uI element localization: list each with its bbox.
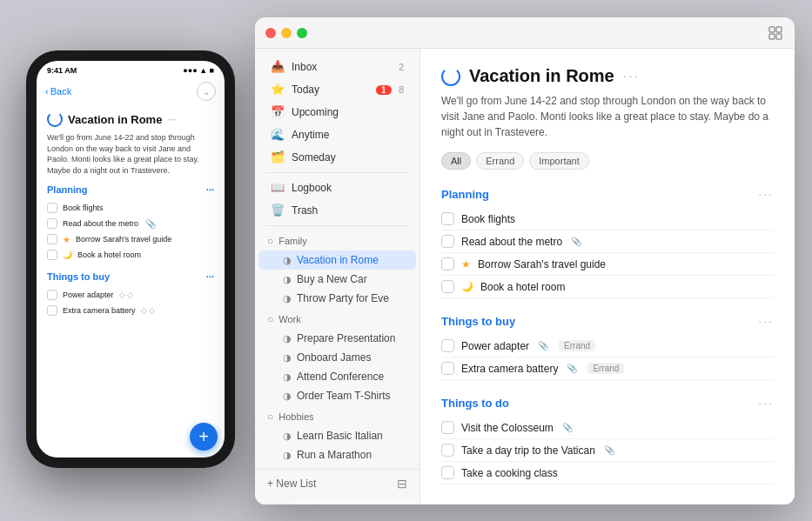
phone-task-text: Read about the metro: [63, 219, 138, 228]
moon-icon: 🌙: [63, 250, 72, 259]
phone-task-dots[interactable]: ···: [167, 113, 176, 125]
sidebar-item-logbook[interactable]: 📖 Logbook: [258, 177, 416, 199]
moon-icon: 🌙: [461, 281, 473, 292]
filter-icon[interactable]: ⊟: [397, 477, 407, 491]
task-row[interactable]: Book flights: [441, 208, 774, 230]
phone-check-button[interactable]: ⌄: [197, 82, 216, 101]
section-header-things-to-do: Things to do ···: [441, 396, 774, 410]
sidebar-item-learn-italian[interactable]: ◑ Learn Basic Italian: [258, 426, 416, 445]
window-action-icon[interactable]: [768, 26, 782, 43]
sidebar-item-someday[interactable]: 🗂️ Someday: [258, 146, 416, 169]
sidebar-item-run-marathon[interactable]: ◑ Run a Marathon: [258, 445, 416, 464]
filter-errand[interactable]: Errand: [476, 152, 524, 170]
main-dots-button[interactable]: ···: [623, 69, 640, 84]
task-checkbox[interactable]: [441, 257, 454, 271]
phone-back-button[interactable]: ‹ Back: [45, 86, 71, 97]
sidebar-group-family[interactable]: ○ Family: [255, 230, 419, 250]
sidebar-item-vacation-rome[interactable]: ◑ Vacation in Rome: [258, 250, 416, 270]
minimize-button[interactable]: [281, 28, 292, 38]
task-row[interactable]: ★ Borrow Sarah's travel guide: [441, 253, 774, 276]
task-row[interactable]: 🌙 Book a hotel room: [441, 276, 774, 298]
sidebar-item-trash[interactable]: 🗑️ Trash: [258, 199, 416, 222]
phone-icons: ●●● ▲ ■: [183, 66, 214, 75]
phone-task-text: Borrow Sarah's travel guide: [76, 235, 171, 244]
phone-task-item[interactable]: 🌙 Book a hotel room: [47, 247, 214, 263]
sidebar-group-work[interactable]: ○ Work: [255, 308, 419, 329]
phone-task-item[interactable]: ★ Borrow Sarah's travel guide: [47, 231, 214, 247]
main-task-icon: [441, 67, 460, 86]
phone-checkbox[interactable]: [47, 234, 57, 244]
task-checkbox[interactable]: [441, 421, 454, 434]
clip-icon: 📎: [538, 341, 548, 351]
sidebar-item-attend-conference[interactable]: ◑ Attend Conference: [258, 367, 416, 386]
task-checkbox[interactable]: [441, 212, 454, 225]
sidebar-item-prepare-presentation[interactable]: ◑ Prepare Presentation: [258, 329, 416, 348]
sidebar-item-today[interactable]: ⭐ Today 1 8: [258, 78, 416, 101]
phone-task-text: Extra camera battery: [63, 306, 136, 315]
section-dots-things-to-buy[interactable]: ···: [758, 314, 774, 328]
section-header-planning: Planning ···: [441, 187, 774, 201]
sidebar-item-onboard-james[interactable]: ◑ Onboard James: [258, 348, 416, 367]
phone-task-item[interactable]: Book flights: [47, 200, 214, 216]
task-text: Borrow Sarah's travel guide: [478, 258, 606, 271]
task-checkbox[interactable]: [441, 444, 454, 457]
filter-important[interactable]: Important: [529, 152, 588, 170]
phone-task-item[interactable]: Read about the metro 📎: [47, 216, 214, 231]
task-row[interactable]: Read about the metro 📎: [441, 230, 774, 253]
task-checkbox[interactable]: [441, 235, 454, 248]
filter-all[interactable]: All: [441, 152, 471, 170]
phone-checkbox[interactable]: [47, 250, 57, 260]
list-icon: ◑: [283, 333, 292, 344]
task-row[interactable]: Visit the Colosseum 📎: [441, 417, 774, 439]
phone-checkbox[interactable]: [47, 290, 57, 300]
sidebar-item-order-tshirts[interactable]: ◑ Order Team T-Shirts: [258, 386, 416, 405]
section-dots-things-to-do[interactable]: ···: [758, 396, 774, 410]
task-checkbox[interactable]: [441, 339, 454, 352]
task-tag-errand: Errand: [587, 363, 624, 374]
sidebar-item-throw-party[interactable]: ◑ Throw Party for Eve: [258, 289, 416, 308]
list-icon: ◑: [283, 255, 292, 266]
phone-checkbox[interactable]: [47, 305, 57, 316]
task-row[interactable]: Take a day trip to the Vatican 📎: [441, 439, 774, 462]
task-checkbox[interactable]: [441, 466, 454, 479]
task-row[interactable]: Extra camera battery 📎 Errand: [441, 357, 774, 380]
star-icon: ★: [63, 235, 70, 244]
sidebar-item-inbox[interactable]: 📥 Inbox 2: [258, 56, 416, 78]
someday-icon: 🗂️: [271, 150, 285, 164]
new-list-button[interactable]: + New List: [267, 478, 316, 490]
phone-checkbox[interactable]: [47, 203, 57, 213]
phone-task-item[interactable]: Extra camera battery ◇ ◇: [47, 303, 214, 318]
svg-rect-1: [776, 27, 782, 32]
close-button[interactable]: [265, 28, 276, 38]
clip-icon: 📎: [567, 364, 577, 373]
task-text: Visit the Colosseum: [461, 422, 554, 434]
main-title: Vacation in Rome: [469, 66, 614, 86]
list-icon: ◑: [283, 431, 292, 442]
phone-task-item[interactable]: Power adapter ◇ ◇: [47, 287, 214, 303]
app-window: 📥 Inbox 2 ⭐ Today 1 8 📅 Upcoming 🌊 Anyti…: [255, 17, 795, 504]
fab-add-button[interactable]: +: [190, 423, 218, 451]
section-header-things-to-buy: Things to buy ···: [441, 314, 774, 328]
sidebar-item-anytime[interactable]: 🌊 Anytime: [258, 124, 416, 146]
task-row[interactable]: Take a cooking class: [441, 462, 774, 484]
phone-checkbox[interactable]: [47, 218, 57, 229]
task-checkbox[interactable]: [441, 362, 454, 375]
section-dots-planning[interactable]: ···: [758, 187, 774, 201]
main-content: Vacation in Rome ··· We'll go from June …: [420, 49, 795, 504]
task-checkbox[interactable]: [441, 280, 454, 293]
phone-mockup: 9:41 AM ●●● ▲ ■ ‹ Back ⌄ Vacation in Rom…: [26, 50, 235, 468]
window-body: 📥 Inbox 2 ⭐ Today 1 8 📅 Upcoming 🌊 Anyti…: [255, 49, 795, 504]
sidebar-sub-label: Order Team T-Shirts: [297, 390, 391, 402]
sidebar-item-buy-new-car[interactable]: ◑ Buy a New Car: [258, 270, 416, 289]
sidebar-item-upcoming[interactable]: 📅 Upcoming: [258, 101, 416, 124]
sidebar-label: Anytime: [292, 129, 404, 141]
task-text: Book flights: [461, 213, 515, 225]
sidebar-sub-label: Vacation in Rome: [297, 254, 379, 266]
list-icon: ◑: [283, 450, 292, 461]
inbox-icon: 📥: [271, 60, 285, 74]
today-badge: 1: [376, 85, 392, 95]
task-row[interactable]: Power adapter 📎 Errand: [441, 335, 774, 357]
maximize-button[interactable]: [297, 28, 307, 38]
sidebar-group-hobbies[interactable]: ○ Hobbies: [255, 405, 419, 426]
phone-task-text: Book a hotel room: [77, 250, 141, 259]
